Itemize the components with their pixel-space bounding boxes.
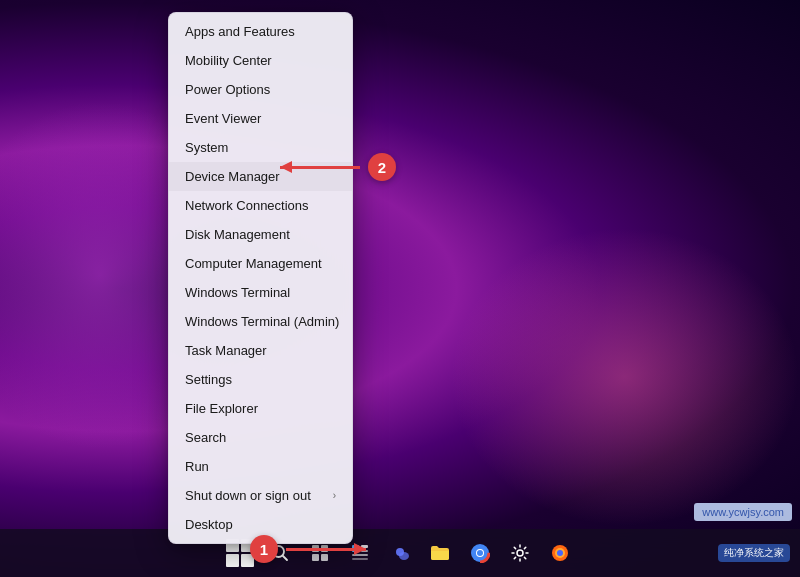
- menu-item-shut-down[interactable]: Shut down or sign out ›: [169, 481, 352, 510]
- context-menu: Apps and Features Mobility Center Power …: [168, 12, 353, 544]
- settings-taskbar-button[interactable]: [502, 535, 538, 571]
- browser-button[interactable]: [462, 535, 498, 571]
- menu-item-power-options[interactable]: Power Options: [169, 75, 352, 104]
- file-explorer-button[interactable]: [422, 535, 458, 571]
- svg-point-17: [517, 550, 523, 556]
- svg-rect-10: [352, 558, 368, 560]
- search-icon: [271, 544, 289, 562]
- svg-rect-5: [321, 554, 328, 561]
- svg-rect-3: [321, 545, 328, 552]
- folder-icon: [430, 545, 450, 561]
- menu-item-event-viewer[interactable]: Event Viewer: [169, 104, 352, 133]
- svg-line-1: [283, 556, 288, 561]
- menu-item-settings[interactable]: Settings: [169, 365, 352, 394]
- svg-rect-8: [361, 550, 368, 552]
- menu-item-network-connections[interactable]: Network Connections: [169, 191, 352, 220]
- system-tray: 纯净系统之家: [718, 544, 790, 562]
- menu-item-computer-management[interactable]: Computer Management: [169, 249, 352, 278]
- menu-item-search[interactable]: Search: [169, 423, 352, 452]
- menu-item-windows-terminal[interactable]: Windows Terminal: [169, 278, 352, 307]
- chat-button[interactable]: [382, 535, 418, 571]
- menu-item-system[interactable]: System: [169, 133, 352, 162]
- menu-item-windows-terminal-admin[interactable]: Windows Terminal (Admin): [169, 307, 352, 336]
- submenu-chevron: ›: [333, 490, 336, 501]
- gear-taskbar-icon: [511, 544, 529, 562]
- chat-icon: [390, 543, 410, 563]
- svg-point-16: [477, 550, 483, 556]
- menu-item-disk-management[interactable]: Disk Management: [169, 220, 352, 249]
- menu-item-device-manager[interactable]: Device Manager: [169, 162, 352, 191]
- menu-item-file-explorer[interactable]: File Explorer: [169, 394, 352, 423]
- annotation-badge-2: 2: [368, 153, 396, 181]
- taskbar: 纯净系统之家: [0, 529, 800, 577]
- firefox-icon: [550, 543, 570, 563]
- svg-point-20: [557, 550, 563, 556]
- menu-item-task-manager[interactable]: Task Manager: [169, 336, 352, 365]
- browser-icon: [470, 543, 490, 563]
- menu-item-run[interactable]: Run: [169, 452, 352, 481]
- tray-branding: 纯净系统之家: [718, 544, 790, 562]
- menu-item-apps-features[interactable]: Apps and Features: [169, 17, 352, 46]
- svg-rect-4: [312, 554, 319, 561]
- firefox-button[interactable]: [542, 535, 578, 571]
- svg-rect-7: [361, 545, 368, 548]
- watermark: www.ycwjsy.com: [694, 503, 792, 521]
- svg-point-12: [399, 552, 409, 560]
- svg-rect-2: [312, 545, 319, 552]
- task-view-icon: [311, 544, 329, 562]
- svg-rect-6: [352, 545, 359, 552]
- desktop: Apps and Features Mobility Center Power …: [0, 0, 800, 577]
- widgets-icon: [351, 544, 369, 562]
- svg-rect-9: [352, 554, 368, 556]
- menu-item-mobility-center[interactable]: Mobility Center: [169, 46, 352, 75]
- menu-item-desktop[interactable]: Desktop: [169, 510, 352, 539]
